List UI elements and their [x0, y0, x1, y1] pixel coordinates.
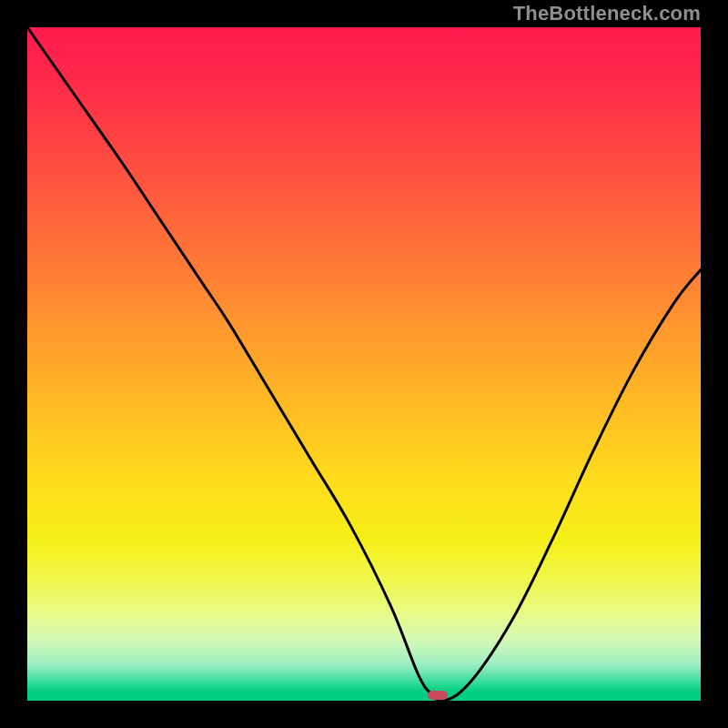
curve-svg	[27, 27, 701, 701]
chart-frame: TheBottleneck.com	[0, 0, 728, 728]
optimal-marker	[428, 691, 448, 700]
bottleneck-curve	[27, 27, 701, 701]
watermark-label: TheBottleneck.com	[513, 2, 701, 25]
plot-area	[27, 27, 701, 701]
